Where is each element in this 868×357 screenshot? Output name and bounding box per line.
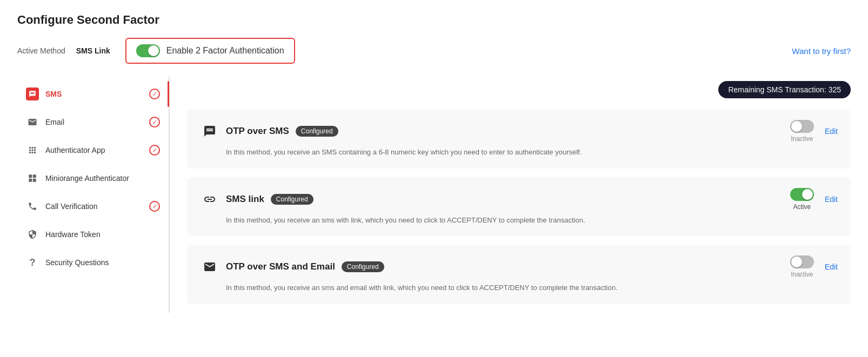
main-content: SMS ✓ Email ✓ Authenticator App ✓ — [17, 77, 851, 313]
sidebar-item-sms[interactable]: SMS ✓ — [17, 81, 169, 107]
sidebar-security-label: Security Questions — [45, 258, 160, 267]
otp-sms-email-toggle[interactable] — [790, 255, 814, 268]
otp-sms-badge: Configured — [296, 126, 338, 137]
top-bar: Active Method SMS Link Enable 2 Factor A… — [17, 38, 851, 64]
page-title: Configure Second Factor — [17, 13, 851, 27]
page-container: Configure Second Factor Active Method SM… — [0, 0, 868, 357]
sidebar-hardware-label: Hardware Token — [45, 230, 160, 239]
method-card-otp-sms: OTP over SMS Configured Inactive Edit — [187, 109, 851, 169]
sidebar-item-email[interactable]: Email ✓ — [17, 109, 169, 135]
otp-sms-email-header: OTP over SMS and Email Configured Inacti… — [200, 255, 838, 278]
sms-link-badge: Configured — [271, 194, 313, 205]
enable-2fa-label: Enable 2 Factor Authentication — [166, 46, 284, 56]
otp-sms-toggle-wrapper: Inactive — [790, 120, 814, 143]
sidebar: SMS ✓ Email ✓ Authenticator App ✓ — [17, 77, 169, 313]
miniorange-icon — [26, 172, 39, 185]
otp-sms-edit[interactable]: Edit — [825, 127, 838, 136]
sms-icon — [26, 87, 39, 100]
otp-sms-email-badge: Configured — [342, 261, 384, 272]
tab-sms-link[interactable]: SMS Link — [76, 46, 110, 55]
sidebar-authenticator-label: Authenticator App — [45, 146, 149, 154]
otp-sms-controls: Inactive Edit — [790, 120, 838, 143]
want-to-try-link[interactable]: Want to try first? — [792, 46, 851, 56]
otp-sms-icon — [200, 122, 219, 141]
sms-link-icon — [200, 190, 219, 209]
sidebar-item-call-verification[interactable]: Call Verification ✓ — [17, 193, 169, 219]
otp-sms-header: OTP over SMS Configured Inactive Edit — [200, 120, 838, 143]
otp-sms-status: Inactive — [791, 135, 813, 143]
call-check-icon: ✓ — [149, 201, 160, 212]
remaining-sms-badge: Remaining SMS Transaction: 325 — [718, 81, 851, 98]
otp-sms-email-controls: Inactive Edit — [790, 255, 838, 278]
sms-check-icon: ✓ — [149, 89, 160, 99]
security-questions-icon: ? — [26, 256, 39, 269]
sms-link-controls: Active Edit — [790, 188, 838, 211]
hardware-token-icon — [26, 228, 39, 241]
sidebar-miniorange-label: Miniorange Authenticator — [45, 174, 160, 183]
call-icon — [26, 200, 39, 213]
email-icon — [26, 116, 39, 129]
sms-link-title: SMS link — [226, 194, 264, 205]
sidebar-item-miniorange[interactable]: Miniorange Authenticator — [17, 165, 169, 191]
otp-sms-email-status: Inactive — [791, 271, 813, 278]
sms-badge-row: Remaining SMS Transaction: 325 — [187, 81, 851, 109]
otp-sms-email-edit[interactable]: Edit — [825, 262, 838, 271]
enable-2fa-box: Enable 2 Factor Authentication — [125, 38, 295, 64]
otp-sms-email-icon — [200, 257, 219, 277]
svg-rect-2 — [29, 179, 32, 182]
authenticator-app-icon — [26, 144, 39, 157]
enable-2fa-toggle[interactable] — [136, 44, 160, 57]
authenticator-check-icon: ✓ — [149, 145, 160, 156]
otp-sms-toggle[interactable] — [790, 120, 814, 133]
email-check-icon: ✓ — [149, 117, 160, 127]
sidebar-item-authenticator-app[interactable]: Authenticator App ✓ — [17, 137, 169, 163]
sms-link-toggle-wrapper: Active — [790, 188, 814, 211]
svg-rect-1 — [33, 174, 36, 178]
otp-sms-email-toggle-wrapper: Inactive — [790, 255, 814, 278]
otp-sms-title: OTP over SMS — [226, 126, 289, 137]
svg-rect-3 — [33, 179, 36, 182]
svg-rect-0 — [29, 174, 32, 178]
method-card-sms-link: SMS link Configured Active Edit — [187, 177, 851, 237]
tab-active-method[interactable]: Active Method — [17, 46, 65, 55]
sidebar-item-hardware-token[interactable]: Hardware Token — [17, 221, 169, 247]
sms-link-edit[interactable]: Edit — [825, 195, 838, 204]
otp-sms-email-description: In this method, you receive an sms and e… — [226, 282, 838, 293]
otp-sms-email-title: OTP over SMS and Email — [226, 261, 335, 272]
sms-link-status: Active — [793, 203, 811, 211]
sms-link-toggle[interactable] — [790, 188, 814, 201]
sms-link-header: SMS link Configured Active Edit — [200, 188, 838, 211]
sidebar-call-label: Call Verification — [45, 202, 149, 211]
sidebar-sms-label: SMS — [45, 90, 149, 98]
otp-sms-description: In this method, you receive an SMS conta… — [226, 147, 838, 158]
sms-link-description: In this method, you receive an sms with … — [226, 215, 838, 226]
right-content: Remaining SMS Transaction: 325 OTP over … — [169, 77, 851, 313]
sidebar-email-label: Email — [45, 118, 149, 126]
method-card-otp-sms-email: OTP over SMS and Email Configured Inacti… — [187, 245, 851, 304]
sidebar-item-security-questions[interactable]: ? Security Questions — [17, 250, 169, 275]
